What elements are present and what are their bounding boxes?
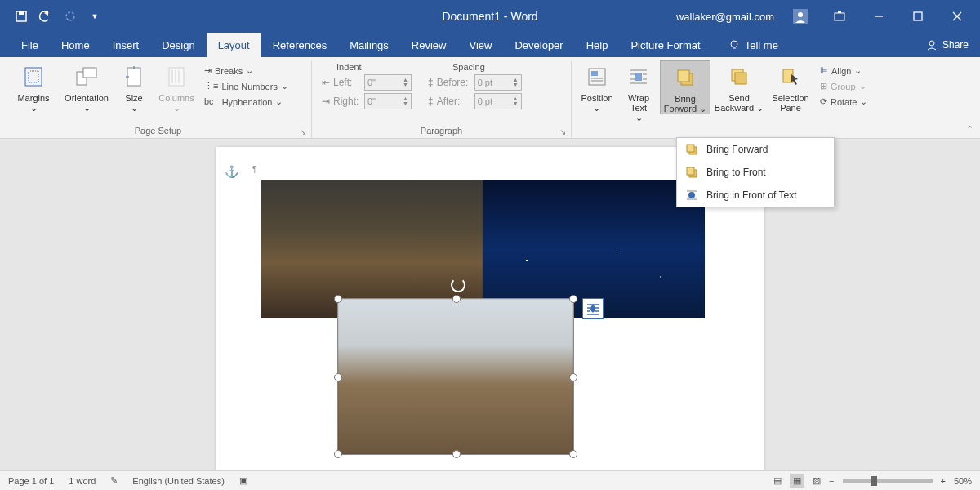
tab-home[interactable]: Home	[50, 33, 101, 57]
breaks-icon: ⇥	[204, 65, 212, 76]
resize-handle-mr[interactable]	[569, 373, 577, 381]
rotate-icon: ⟳	[820, 96, 827, 107]
tab-layout[interactable]: Layout	[207, 33, 261, 57]
title-bar: ▼ Document1 - Word wallaker@gmail.com	[0, 0, 980, 33]
bring-in-front-of-text-icon	[685, 189, 698, 202]
account-email[interactable]: wallaker@gmail.com	[676, 11, 774, 23]
redo-button[interactable]	[59, 5, 82, 28]
web-layout-icon[interactable]: ▧	[813, 475, 821, 486]
read-mode-icon[interactable]: ▤	[773, 475, 782, 486]
position-button[interactable]: Position⌄	[577, 60, 617, 113]
selection-pane-button[interactable]: Selection Pane	[768, 60, 813, 113]
tab-help[interactable]: Help	[575, 33, 620, 57]
tell-me-search[interactable]: Tell me	[717, 33, 790, 57]
wrap-text-icon	[626, 64, 652, 90]
image-3-selected[interactable]	[337, 298, 574, 455]
tab-insert[interactable]: Insert	[101, 33, 151, 57]
print-layout-icon[interactable]: ▦	[790, 474, 804, 488]
menu-bring-in-front-of-text[interactable]: Bring in Front of Text	[677, 184, 834, 207]
maximize-button[interactable]	[900, 4, 936, 29]
line-numbers-icon: ⋮≡	[204, 81, 218, 91]
ribbon-display-options-icon[interactable]	[822, 4, 858, 29]
resize-handle-br[interactable]	[569, 450, 577, 458]
line-numbers-button[interactable]: ⋮≡Line Numbers ⌄	[201, 79, 292, 93]
spacing-after-input[interactable]: 0 pt▲▼	[474, 93, 522, 109]
rotate-button[interactable]: ⟳Rotate ⌄	[817, 95, 871, 109]
account-avatar-icon[interactable]	[782, 4, 818, 29]
macro-record-icon[interactable]: ▣	[239, 475, 247, 486]
bring-forward-button[interactable]: Bring Forward ⌄	[660, 60, 710, 114]
zoom-out-button[interactable]: −	[829, 476, 834, 486]
margins-icon	[20, 64, 47, 90]
status-word-count[interactable]: 1 word	[69, 476, 96, 486]
align-button[interactable]: ⊫Align ⌄	[817, 64, 871, 78]
tab-developer[interactable]: Developer	[503, 33, 574, 57]
zoom-slider[interactable]	[843, 479, 933, 483]
resize-handle-tl[interactable]	[334, 295, 342, 303]
resize-handle-bc[interactable]	[452, 450, 461, 458]
breaks-button[interactable]: ⇥Breaks ⌄	[201, 64, 292, 78]
svg-rect-20	[169, 68, 184, 86]
columns-button[interactable]: Columns⌄	[155, 60, 198, 113]
tab-file[interactable]: File	[10, 33, 50, 57]
svg-point-46	[688, 192, 695, 198]
undo-button[interactable]	[34, 5, 57, 28]
menu-bring-to-front[interactable]: Bring to Front	[677, 161, 834, 184]
svg-rect-13	[25, 68, 42, 86]
svg-rect-25	[591, 71, 598, 76]
status-language[interactable]: English (United States)	[132, 476, 225, 486]
svg-point-4	[798, 12, 803, 17]
right-label: Right:	[333, 96, 361, 107]
status-page[interactable]: Page 1 of 1	[8, 476, 54, 486]
tab-view[interactable]: View	[457, 33, 503, 57]
bring-forward-dropdown: Bring Forward Bring to Front Bring in Fr…	[676, 137, 835, 207]
position-icon	[584, 64, 610, 90]
resize-handle-tc[interactable]	[452, 295, 461, 303]
spellcheck-icon[interactable]: ✎	[110, 475, 118, 486]
tab-design[interactable]: Design	[150, 33, 206, 57]
menu-bring-forward[interactable]: Bring Forward	[677, 138, 834, 161]
person-icon	[926, 39, 938, 51]
layout-options-button[interactable]	[582, 298, 604, 319]
minimize-button[interactable]	[861, 4, 897, 29]
size-button[interactable]: Size⌄	[116, 60, 152, 113]
rotation-handle[interactable]	[451, 278, 466, 292]
wrap-text-button[interactable]: Wrap Text⌄	[621, 60, 657, 122]
svg-point-10	[731, 41, 737, 47]
svg-rect-5	[835, 13, 844, 20]
send-backward-button[interactable]: Send Backward ⌄	[714, 60, 764, 113]
resize-handle-bl[interactable]	[334, 450, 342, 458]
svg-rect-14	[29, 71, 38, 82]
spacing-before-input[interactable]: 0 pt▲▼	[474, 74, 522, 91]
resize-handle-tr[interactable]	[569, 295, 577, 303]
svg-rect-7	[914, 12, 922, 20]
svg-rect-16	[83, 68, 96, 78]
qat-dropdown[interactable]: ▼	[83, 5, 106, 28]
zoom-level[interactable]: 50%	[954, 476, 972, 486]
paragraph-dialog-launcher[interactable]: ↘	[559, 127, 566, 136]
zoom-in-button[interactable]: +	[941, 476, 946, 486]
group-page-setup: Margins⌄ Orientation⌄ Size⌄ Columns⌄ ⇥Br…	[5, 60, 312, 138]
tab-picture-format[interactable]: Picture Format	[619, 33, 711, 57]
indent-right-input[interactable]: 0"▲▼	[364, 93, 412, 109]
save-button[interactable]	[10, 5, 33, 28]
tab-references[interactable]: References	[261, 33, 338, 57]
resize-handle-ml[interactable]	[334, 373, 342, 381]
svg-rect-28	[635, 73, 642, 81]
collapse-ribbon-button[interactable]: ⌃	[966, 124, 973, 135]
indent-left-input[interactable]: 0"▲▼	[364, 74, 412, 91]
share-button[interactable]: Share	[926, 39, 969, 51]
group-button[interactable]: ⊞Group ⌄	[817, 79, 871, 93]
left-label: Left:	[333, 77, 361, 88]
hyphenation-button[interactable]: bc⁻Hyphenation ⌄	[201, 95, 292, 109]
page-setup-dialog-launcher[interactable]: ↘	[300, 127, 306, 136]
svg-rect-38	[735, 73, 746, 84]
arrange-small-col: ⊫Align ⌄ ⊞Group ⌄ ⟳Rotate ⌄	[817, 60, 871, 109]
orientation-button[interactable]: Orientation⌄	[60, 60, 113, 113]
tab-mailings[interactable]: Mailings	[338, 33, 400, 57]
page-setup-small-col: ⇥Breaks ⌄ ⋮≡Line Numbers ⌄ bc⁻Hyphenatio…	[201, 60, 292, 109]
tab-review[interactable]: Review	[400, 33, 458, 57]
svg-rect-43	[687, 167, 694, 175]
close-button[interactable]	[939, 4, 975, 29]
margins-button[interactable]: Margins⌄	[10, 60, 57, 113]
